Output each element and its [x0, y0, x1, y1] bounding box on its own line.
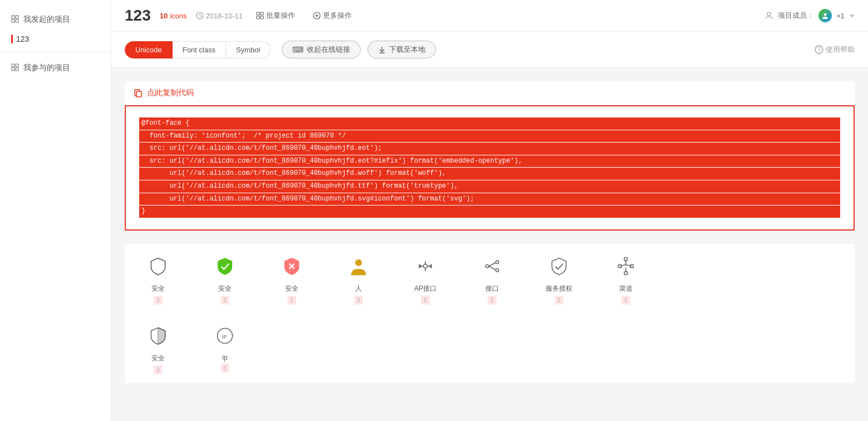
icon-item-security-3[interactable]: 安全 : [258, 244, 325, 314]
svg-rect-11: [257, 16, 259, 19]
batch-op-icon: [256, 12, 264, 19]
svg-rect-39: [624, 272, 627, 275]
svg-rect-12: [261, 16, 263, 19]
sidebar-active-project[interactable]: 123: [0, 30, 111, 48]
more-operation-btn[interactable]: 更多操作: [308, 8, 356, 23]
download-local-btn[interactable]: 下载至本地: [367, 41, 436, 58]
page-content: 点此复制代码 @font-face { font-family: 'iconfo…: [111, 81, 868, 421]
icon-label-1: 安全: [151, 284, 165, 293]
clock-icon: [196, 12, 204, 19]
icon-label-6: 接口: [486, 284, 499, 293]
shield-outline-icon: [148, 256, 168, 276]
svg-line-34: [489, 262, 496, 266]
member-icon: [764, 11, 773, 20]
tab-unicode[interactable]: Unicode: [125, 41, 173, 58]
svg-rect-6: [12, 68, 14, 71]
icons-label: icons: [170, 12, 187, 20]
code-section: 点此复制代码 @font-face { font-family: 'iconfo…: [125, 81, 855, 231]
icon-visual-7: [546, 253, 572, 280]
shield-split-icon: [148, 326, 168, 346]
sidebar-divider: [0, 52, 111, 53]
dropdown-icon: [849, 13, 855, 18]
svg-point-33: [496, 268, 498, 271]
svg-point-31: [486, 265, 488, 267]
collect-online-link-btn[interactable]: ⌨ 收起在线链接: [282, 41, 361, 58]
icon-item-security-2[interactable]: 安全 : [192, 244, 258, 314]
auth-icon: [549, 256, 569, 276]
shield-green-icon: [215, 256, 235, 276]
active-marker: [11, 35, 13, 43]
more-op-icon: [313, 12, 321, 19]
icon-label-2: 安全: [218, 284, 232, 293]
icon-code-1: : [154, 296, 163, 305]
icon-code-10: : [220, 364, 229, 373]
member-label: 项目成员：: [778, 11, 814, 21]
svg-rect-7: [16, 68, 18, 71]
svg-rect-4: [12, 64, 14, 67]
my-projects-icon: [11, 15, 19, 25]
svg-text:?: ?: [818, 47, 821, 53]
batch-operation-btn[interactable]: 批量操作: [252, 8, 300, 23]
svg-point-17: [824, 13, 827, 16]
icon-code-4: : [354, 296, 363, 305]
date-badge: 2018-10-11: [196, 12, 243, 20]
my-projects-label: 我发起的项目: [23, 14, 70, 25]
tab-group: Unicode Font class Symbol: [125, 41, 271, 58]
main-content: 123 10 icons 2018-10-11: [111, 0, 868, 421]
svg-point-25: [356, 260, 362, 266]
interface-icon: [482, 256, 502, 276]
icon-item-ip[interactable]: IP ip : [192, 314, 258, 383]
icon-item-auth[interactable]: 服务授权 : [526, 244, 592, 314]
batch-op-label: 批量操作: [266, 11, 295, 21]
svg-point-26: [423, 264, 427, 268]
more-op-label: 更多操作: [323, 11, 352, 21]
icon-count: 10 icons: [160, 12, 187, 20]
icon-item-security-split[interactable]: 安全 : [125, 314, 192, 383]
copy-icon: [134, 89, 143, 97]
icon-code-6: : [488, 296, 497, 305]
sidebar-item-participated[interactable]: 我参与的项目: [0, 57, 111, 79]
svg-rect-3: [16, 19, 18, 22]
download-label: 下载至本地: [389, 45, 425, 55]
collect-icon: ⌨: [292, 45, 303, 54]
icon-item-channel[interactable]: 渠道 : [592, 244, 659, 314]
icon-item-interface[interactable]: 接口 : [459, 244, 526, 314]
date-text: 2018-10-11: [206, 12, 243, 20]
icon-item-security-1[interactable]: 安全 : [125, 244, 192, 314]
copy-code-bar[interactable]: 点此复制代码: [125, 81, 855, 105]
icons-grid-container: 安全  安全 : [125, 244, 855, 383]
icon-label-9: 安全: [151, 354, 165, 363]
tab-font-class[interactable]: Font class: [173, 41, 226, 58]
svg-rect-22: [136, 91, 141, 97]
channel-icon: [616, 256, 636, 276]
svg-rect-2: [12, 19, 14, 22]
icon-label-5: AP接口: [414, 284, 437, 293]
icons-grid-row1: 安全  安全 : [125, 244, 855, 314]
shield-red-icon: [282, 256, 302, 276]
ip-icon: IP: [215, 326, 235, 346]
icon-item-person[interactable]: 人 : [325, 244, 392, 314]
code-line-5: url('//at.alicdn.com/t/font_869070_40bup…: [139, 168, 840, 180]
code-line-3: src: url('//at.alicdn.com/t/font_869070_…: [139, 143, 840, 155]
active-project-name: 123: [16, 35, 29, 43]
code-content: @font-face { font-family: 'iconfont'; /*…: [139, 118, 840, 218]
participated-label: 我参与的项目: [23, 63, 70, 73]
icon-label-8: 渠道: [619, 284, 632, 293]
download-icon: [378, 46, 386, 53]
member-avatar: [818, 9, 832, 22]
icon-code-5: : [421, 296, 430, 305]
help-btn[interactable]: ? 使用帮助: [815, 45, 855, 55]
icon-item-ap[interactable]: AP接口 : [392, 244, 459, 314]
icon-visual-5: [412, 253, 439, 280]
code-line-6: url('//at.alicdn.com/t/font_869070_40bup…: [139, 180, 840, 193]
sidebar-item-my-projects[interactable]: 我发起的项目: [0, 9, 111, 30]
tab-symbol[interactable]: Symbol: [226, 41, 271, 58]
collect-label: 收起在线链接: [307, 45, 350, 55]
icon-code-7: : [555, 296, 563, 305]
header-bar: 123 10 icons 2018-10-11: [111, 0, 868, 32]
help-icon: ?: [815, 45, 823, 54]
help-label: 使用帮助: [826, 45, 855, 55]
icon-label-3: 安全: [285, 284, 298, 293]
icon-visual-10: IP: [212, 322, 238, 349]
svg-text:IP: IP: [222, 333, 228, 339]
